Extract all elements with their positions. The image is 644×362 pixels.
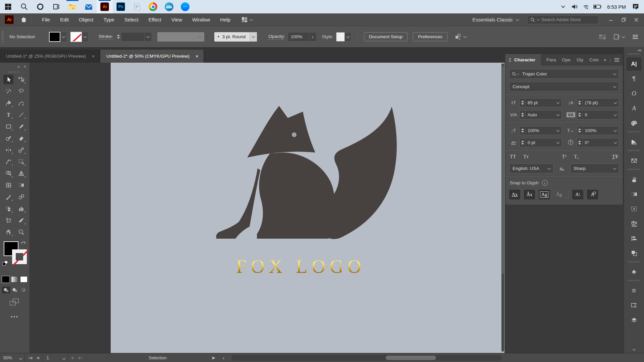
menu-select[interactable]: Select: [124, 17, 139, 22]
panel-grip[interactable]: [2, 31, 3, 43]
dock-scroll-down-icon[interactable]: [633, 346, 635, 352]
graphic-style-control[interactable]: [336, 32, 352, 42]
menu-file[interactable]: File: [42, 17, 50, 22]
workspace-switcher[interactable]: Essentials Classic: [472, 17, 519, 22]
panel-grip[interactable]: [9, 71, 21, 73]
anti-aliasing-dropdown[interactable]: Sharp: [570, 164, 619, 173]
stroke-weight-stepper[interactable]: [116, 35, 121, 39]
panel-icon-brushes[interactable]: [627, 173, 641, 185]
wifi-icon[interactable]: [581, 2, 591, 12]
document-tab-2[interactable]: Untitled-2* @ 50% (CMYK/GPU Preview)×: [100, 50, 204, 63]
rotate-tool[interactable]: [3, 145, 13, 155]
slice-tool[interactable]: [16, 216, 26, 225]
opacity-label[interactable]: Opacity:: [268, 34, 285, 40]
tracking-field[interactable]: VA 0: [567, 110, 619, 119]
taskbar-edge[interactable]: [161, 0, 177, 13]
style-label[interactable]: Style:: [322, 34, 333, 39]
default-fill-stroke-icon[interactable]: [2, 261, 8, 265]
dock-group-grip[interactable]: [628, 169, 640, 170]
menu-type[interactable]: Type: [103, 17, 114, 22]
stroke-color-box[interactable]: [12, 249, 27, 264]
strikethrough-button[interactable]: T: [615, 154, 618, 160]
stroke-dropdown[interactable]: [82, 32, 89, 42]
taskbar-clock[interactable]: 6:53 PM: [604, 4, 629, 10]
blend-tool[interactable]: [16, 192, 26, 201]
free-transform-tool[interactable]: [16, 157, 26, 166]
tab-character[interactable]: Character: [505, 54, 541, 66]
menu-window[interactable]: Window: [192, 17, 210, 22]
taskbar-chrome[interactable]: [145, 0, 161, 13]
artboard-number-dropdown[interactable]: 1: [43, 353, 68, 362]
gradient-button[interactable]: [11, 276, 18, 283]
taskbar-photoshop[interactable]: Ps: [113, 0, 129, 13]
collapse-panel-icon[interactable]: «: [17, 64, 20, 69]
search-input[interactable]: [541, 17, 592, 22]
vertical-scale-field[interactable]: ↕T 100%: [509, 126, 562, 135]
direct-selection-tool[interactable]: [16, 75, 26, 84]
fill-dropdown[interactable]: [60, 32, 67, 42]
status-play-icon[interactable]: ▶: [212, 356, 215, 360]
kerning-field[interactable]: V/A Auto: [509, 110, 562, 119]
perspective-grid-tool[interactable]: [16, 169, 26, 178]
next-artboard-icon[interactable]: ▶: [70, 356, 76, 360]
snap-proximity-button[interactable]: Âg: [553, 190, 565, 199]
logo-text[interactable]: FOX LOGO: [217, 256, 385, 277]
menu-effect[interactable]: Effect: [149, 17, 161, 22]
swap-fill-stroke-icon[interactable]: [21, 241, 26, 245]
minimize-button[interactable]: [604, 13, 617, 26]
draw-normal-button[interactable]: [2, 287, 10, 293]
document-tab-1[interactable]: Untitled-1* @ 25% (RGB/GPU Preview)×: [0, 50, 100, 63]
rectangle-tool[interactable]: [3, 122, 13, 131]
opacity-arrow[interactable]: ›: [309, 33, 316, 41]
stroke-weight-field[interactable]: [121, 32, 152, 42]
artboard-canvas[interactable]: FOX LOGO: [111, 63, 504, 353]
pen-tool[interactable]: [3, 98, 13, 108]
chevron-down-icon[interactable]: [610, 82, 619, 91]
panel-icon-swatches[interactable]: [627, 155, 641, 167]
taskbar-illustrator[interactable]: Ai: [97, 0, 113, 13]
edit-toolbar-button[interactable]: •••: [0, 314, 30, 319]
taskbar-messenger[interactable]: [177, 0, 193, 13]
canvas-vertical-scrollbar[interactable]: [501, 63, 504, 352]
shape-builder-tool[interactable]: [3, 169, 13, 178]
action-center-icon[interactable]: [631, 2, 641, 12]
first-artboard-icon[interactable]: |◀: [27, 356, 34, 360]
gradient-tool[interactable]: [16, 180, 26, 190]
screen-mode-button[interactable]: [10, 299, 20, 307]
font-style-combo[interactable]: Concept: [509, 82, 619, 92]
app-logo-icon[interactable]: Ai: [5, 15, 14, 24]
artboard-tool[interactable]: [3, 216, 13, 225]
home-icon[interactable]: [20, 17, 27, 22]
chevron-down-icon[interactable]: [144, 33, 152, 41]
none-button[interactable]: [20, 276, 28, 283]
cortana-button[interactable]: [32, 0, 48, 13]
volume-icon[interactable]: [570, 2, 580, 12]
all-caps-button[interactable]: TT: [510, 154, 516, 160]
arrange-documents-button[interactable]: [242, 17, 253, 22]
close-panel-icon[interactable]: ×: [24, 64, 26, 69]
panel-icon-layers[interactable]: [627, 314, 641, 326]
column-graph-tool[interactable]: [16, 204, 26, 213]
status-text[interactable]: Selection: [132, 355, 183, 360]
mesh-tool[interactable]: [3, 180, 13, 190]
panel-icon-character[interactable]: A|: [627, 58, 641, 70]
battery-icon[interactable]: [592, 2, 602, 12]
snap-anchor-point-button[interactable]: A: [587, 190, 598, 199]
close-tab-icon[interactable]: ×: [196, 54, 198, 59]
dock-group-grip[interactable]: [628, 131, 640, 132]
tab-overflow-icon[interactable]: »: [604, 57, 606, 62]
status-collapse-icon[interactable]: ‹: [223, 355, 224, 361]
language-dropdown[interactable]: English: USA: [509, 164, 553, 173]
scale-tool[interactable]: [16, 145, 26, 155]
panel-icon-pathfinder[interactable]: [627, 247, 641, 259]
menu-view[interactable]: View: [171, 17, 182, 22]
panel-layout-button[interactable]: [613, 34, 625, 40]
subscript-button[interactable]: T₁: [574, 154, 579, 160]
restore-button[interactable]: [617, 13, 630, 26]
stroke-weight-label[interactable]: Stroke:: [99, 34, 113, 40]
scrollbar-thumb[interactable]: [386, 356, 436, 360]
eraser-tool[interactable]: [16, 133, 26, 143]
taskbar-file-explorer[interactable]: [64, 0, 80, 13]
taskbar-search-button[interactable]: [16, 0, 32, 13]
small-caps-button[interactable]: Tᴛ: [523, 154, 529, 160]
